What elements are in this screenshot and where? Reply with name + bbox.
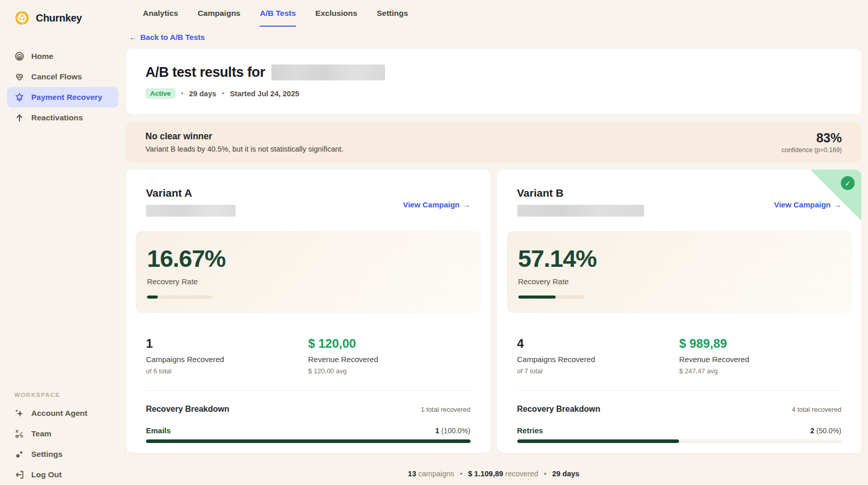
recovery-rate-bar xyxy=(147,296,213,299)
recovery-rate-bar xyxy=(518,296,584,299)
top-navigation: Analytics Campaigns A/B Tests Exclusions… xyxy=(126,0,861,27)
sidebar-item-team[interactable]: Team xyxy=(7,424,118,444)
campaigns-recovered-stat: 4 Campaigns Recovered of 7 total xyxy=(517,336,680,375)
breakdown-value: 1(100.0%) xyxy=(435,427,471,435)
sidebar-item-label: Team xyxy=(31,429,51,438)
status-badge: Active xyxy=(145,88,176,99)
test-header-card: A/B test results for Active • 29 days • … xyxy=(126,49,861,114)
meta-separator: • xyxy=(181,90,184,97)
campaigns-recovered-stat: 1 Campaigns Recovered of 6 total xyxy=(146,336,308,375)
variant-a-card: Variant A View Campaign → 16.67% Recover… xyxy=(126,170,491,453)
view-campaign-link[interactable]: View Campaign → xyxy=(774,200,841,209)
logout-icon xyxy=(14,470,25,480)
winner-corner-ribbon xyxy=(810,170,861,221)
confidence-label: confidence (p=0.169) xyxy=(781,146,842,154)
breakdown-total: 1 total recovered xyxy=(421,406,471,413)
recovery-rate-fill xyxy=(147,296,158,299)
divider xyxy=(517,390,842,391)
sidebar-item-label: Reactivations xyxy=(31,113,83,122)
campaigns-total: of 7 total xyxy=(517,367,680,375)
recovery-rate-label: Recovery Rate xyxy=(147,277,470,286)
breakdown-bar xyxy=(517,439,842,443)
heart-icon xyxy=(14,72,25,82)
test-duration: 29 days xyxy=(189,90,216,98)
breakdown-row-retries: Retries 2(50.0%) xyxy=(507,426,852,443)
tab-ab-tests[interactable]: A/B Tests xyxy=(260,9,295,27)
footer-campaign-label: campaigns xyxy=(418,470,454,478)
workspace-label: WORKSPACE xyxy=(7,392,118,398)
breakdown-label: Emails xyxy=(146,426,171,435)
campaigns-recovered-value: 4 xyxy=(517,336,680,351)
sidebar-nav: Home Cancel Flows Payment Recovery xyxy=(0,46,125,128)
sidebar-item-home[interactable]: Home xyxy=(7,46,118,67)
banner-subtitle: Variant B leads by 40.5%, but it is not … xyxy=(145,145,344,153)
revenue-recovered-value: $ 989,89 xyxy=(679,336,841,351)
sidebar-item-account-agent[interactable]: Account Agent xyxy=(7,403,118,424)
variant-b-card: ✓ Variant B View Campaign → 57.14% Recov… xyxy=(497,170,862,453)
sidebar-item-label: Cancel Flows xyxy=(31,72,82,81)
redacted-campaign-name xyxy=(146,205,236,217)
back-arrow-icon: ← xyxy=(129,33,137,41)
revenue-recovered-stat: $ 120,00 Revenue Recovered $ 120,00 avg xyxy=(308,336,471,375)
brand[interactable]: Churnkey xyxy=(0,9,125,27)
forward-arrow-icon: → xyxy=(834,200,841,209)
revenue-recovered-stat: $ 989,89 Revenue Recovered $ 247,47 avg xyxy=(679,336,841,375)
forward-arrow-icon: → xyxy=(463,200,471,209)
campaigns-total: of 6 total xyxy=(146,367,308,375)
tab-campaigns[interactable]: Campaigns xyxy=(198,9,241,27)
home-icon xyxy=(14,51,25,61)
sidebar-item-label: Settings xyxy=(31,450,62,459)
divider xyxy=(146,390,471,391)
test-start-date: Started Jul 24, 2025 xyxy=(230,90,299,98)
tab-analytics[interactable]: Analytics xyxy=(143,9,178,27)
recovery-rate-label: Recovery Rate xyxy=(518,277,841,286)
tab-exclusions[interactable]: Exclusions xyxy=(315,9,357,27)
footer-separator: • xyxy=(460,470,462,478)
tab-settings[interactable]: Settings xyxy=(377,9,408,27)
sidebar: Churnkey Home Cancel Flows xyxy=(0,0,126,485)
revenue-recovered-label: Revenue Recovered xyxy=(308,355,471,364)
page-title: A/B test results for xyxy=(145,65,265,80)
sidebar-item-settings[interactable]: Settings xyxy=(7,444,118,465)
sidebar-item-log-out[interactable]: Log Out xyxy=(7,465,118,485)
recovery-rate-panel: 16.67% Recovery Rate xyxy=(136,231,481,313)
summary-footer: 13 campaigns • $ 1.109,89 recovered • 29… xyxy=(126,470,861,478)
breakdown-bar-fill xyxy=(146,439,471,443)
banner-title: No clear winner xyxy=(145,131,344,142)
sidebar-item-label: Log Out xyxy=(31,470,61,479)
footer-duration: 29 days xyxy=(552,470,579,478)
sidebar-workspace-section: WORKSPACE Account Agent Team xyxy=(0,392,125,485)
breakdown-total: 4 total recovered xyxy=(792,406,841,413)
winner-check-icon: ✓ xyxy=(841,176,855,190)
recovery-rate-value: 16.67% xyxy=(147,244,470,272)
back-to-ab-tests-link[interactable]: ← Back to A/B Tests xyxy=(129,33,205,41)
breakdown-title: Recovery Breakdown xyxy=(146,405,229,414)
breakdown-label: Retries xyxy=(517,426,543,435)
sidebar-item-cancel-flows[interactable]: Cancel Flows xyxy=(7,67,118,87)
view-campaign-link[interactable]: View Campaign → xyxy=(403,200,471,209)
brand-name: Churnkey xyxy=(36,12,82,24)
footer-campaign-count: 13 xyxy=(408,470,416,478)
recovery-rate-value: 57.14% xyxy=(518,244,841,272)
footer-revenue: $ 1.109,89 xyxy=(468,470,503,478)
arrow-up-icon xyxy=(14,113,25,123)
dots-icon xyxy=(14,449,25,459)
campaigns-recovered-label: Campaigns Recovered xyxy=(146,355,308,364)
redacted-test-name xyxy=(271,65,385,80)
revenue-average: $ 247,47 avg xyxy=(679,367,841,375)
confidence-value: 83% xyxy=(781,131,842,145)
team-strategy-icon xyxy=(14,429,25,439)
meta-separator: • xyxy=(222,90,224,97)
sidebar-item-label: Home xyxy=(31,52,53,61)
sidebar-item-reactivations[interactable]: Reactivations xyxy=(7,108,118,128)
result-banner: No clear winner Variant B leads by 40.5%… xyxy=(126,122,861,162)
footer-separator: • xyxy=(544,470,546,478)
campaigns-recovered-label: Campaigns Recovered xyxy=(517,355,680,364)
variant-name: Variant B xyxy=(517,187,644,199)
variant-name: Variant A xyxy=(146,187,236,199)
revenue-recovered-label: Revenue Recovered xyxy=(679,355,841,364)
footer-revenue-label: recovered xyxy=(505,470,538,478)
revenue-recovered-value: $ 120,00 xyxy=(308,336,471,351)
churnkey-logo-icon xyxy=(13,9,31,27)
sidebar-item-payment-recovery[interactable]: Payment Recovery xyxy=(7,87,118,108)
